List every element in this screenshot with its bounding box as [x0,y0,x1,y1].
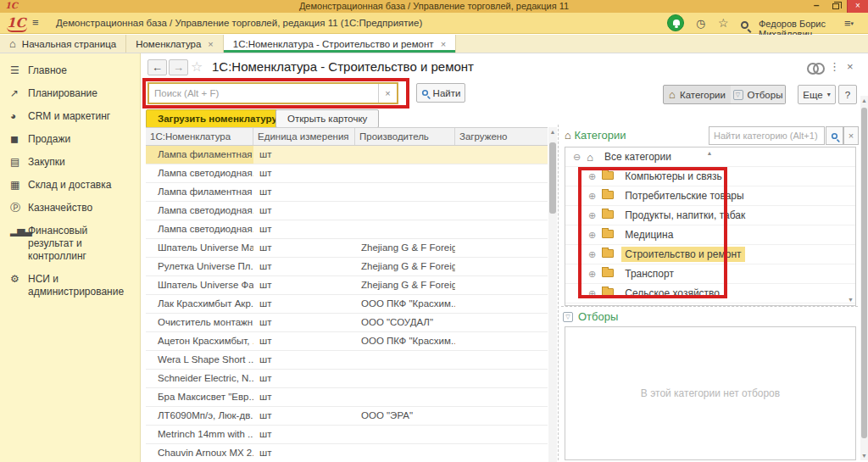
sidebar-item[interactable]: ▂▅▃ Финансовый результат и контроллинг [0,220,140,268]
window-close-button[interactable]: × [847,0,868,13]
service-menu-icon[interactable]: ≡▾ [844,17,854,30]
col-loaded[interactable]: Загружено [455,128,548,145]
load-nomenclature-button[interactable]: Загрузить номенклатуру [146,109,289,128]
tree-scroll-up-icon[interactable]: ▲ [565,150,854,156]
tab[interactable]: ⌂ 1С:Номенклатура - Строительство и ремо… [224,35,456,53]
categories-toggle-button[interactable]: ⌂Категории [663,85,732,104]
category-item[interactable]: ⊕ Компьютеры и связь [565,167,855,186]
table-row[interactable]: Лампа светодиодная... шт [146,220,548,239]
category-search-input[interactable] [709,127,824,144]
cell-nomenclature: Бра Максисвет "Евр... [146,388,253,406]
more-button[interactable]: Еще▾ [798,85,836,104]
table-row[interactable]: Рулетка Universe Пл... шт Zhejiang G & F… [146,258,548,276]
col-unit[interactable]: Единица измерения [253,128,355,145]
tab[interactable]: ⌂ Начальная страница × [0,35,126,53]
cell-nomenclature: Рулетка Universe Пл... [146,258,253,276]
forward-button[interactable]: → [169,59,188,75]
restore-button[interactable] [832,3,839,9]
sidebar-item-label: Казначейство [28,202,92,214]
sidebar-item[interactable]: ◼ Продажи [0,128,140,151]
sidebar-item-icon: ▤ [10,156,28,169]
sidebar-item[interactable]: ↗ Планирование [0,82,140,105]
categories-panel-header[interactable]: ⌂ Категории [565,129,626,142]
tab-close-icon[interactable]: × [441,39,446,49]
notifications-bell-icon[interactable] [667,14,684,31]
expand-icon[interactable]: ⊕ [588,171,596,182]
open-card-button[interactable]: Открыть карточку [275,109,379,128]
sidebar-item[interactable]: ▤ Закупки [0,151,140,174]
table-row[interactable]: ЛТ6090Мп/э, Люк-дв... шт ООО "ЭРА" [146,407,548,426]
tree-scroll-down-icon[interactable]: ▼ [848,297,854,303]
category-item[interactable]: ⊕ Потребительские товары [565,186,855,206]
get-link-icon[interactable] [807,63,821,71]
sidebar-item[interactable]: ☰ Главное [0,59,140,82]
tab-close-icon[interactable]: × [208,39,213,49]
scroll-up-icon[interactable]: ▲ [548,129,557,135]
sidebar-item[interactable]: ▦ Склад и доставка [0,174,140,197]
cell-unit: шт [253,258,355,276]
expand-icon[interactable]: ⊕ [588,191,596,202]
table-row[interactable]: Ацетон Красхимбыт, ... шт ООО ПКФ "Красх… [146,332,548,351]
sidebar-item-label: Финансовый результат и контроллинг [28,225,135,263]
expand-icon[interactable]: ⊕ [588,249,596,260]
back-button[interactable]: ← [147,59,167,75]
table-scrollbar-thumb[interactable] [549,142,556,214]
table-row[interactable]: Лак Красхимбыт Акр... шт ООО ПКФ "Красхи… [146,295,548,314]
window-title: Демонстрационная база / Управление торго… [0,1,868,11]
table-row[interactable]: Metrinch 14mm with ... шт [146,426,548,444]
category-search-clear-button[interactable]: × [843,126,859,145]
table-row[interactable]: Лампа филаментная ... шт [146,183,548,202]
panel-scrollbar-thumb[interactable] [861,108,867,438]
table-row[interactable]: Chauvin Arnoux MX 2... шт [146,444,548,462]
table-row[interactable]: Лампа филаментная ... шт [146,146,548,164]
help-button[interactable]: ? [838,85,857,104]
scroll-up-icon[interactable]: ▲ [860,97,868,103]
global-search-icon[interactable] [741,19,748,31]
sidebar-item[interactable]: ⚙ НСИ и администрирование [0,268,140,303]
category-item[interactable]: ⊕ Медицина [565,225,855,245]
category-item[interactable]: ⊕ Сельское хозяйство [565,284,855,303]
expand-icon[interactable]: ⊕ [588,210,596,221]
expand-icon[interactable]: ⊕ [588,288,596,299]
favorites-star-icon[interactable]: ☆ [718,16,729,30]
table-row[interactable]: Schneider Electric, N... шт [146,370,548,388]
expand-icon[interactable]: ⊕ [588,230,596,241]
nomenclature-table: 1С:Номенклатура Единица измерения Произв… [146,127,548,462]
funnel-icon: ▽ [733,90,743,100]
favorite-star-icon[interactable]: ☆ [191,58,203,75]
sidebar-item[interactable]: ◕ CRM и маркетинг [0,105,140,128]
table-row[interactable]: Wera L Shape Short ... шт [146,351,548,370]
table-scrollbar[interactable]: ▲ [548,127,557,462]
history-clock-icon[interactable]: ◷ [696,17,705,30]
col-manufacturer[interactable]: Производитель [355,128,455,145]
filters-toggle-button[interactable]: ▽Отборы [731,85,786,104]
filters-panel-header[interactable]: Отборы [578,310,618,323]
table-row[interactable]: Лампа светодиодная... шт [146,164,548,183]
tab[interactable]: ⌂ Номенклатура × [126,35,224,53]
category-item[interactable]: ⊕ Строительство и ремонт [565,245,855,264]
main-content: ← → ☆ 1С:Номенклатура - Строительство и … [141,53,868,462]
category-item[interactable]: ⊕ Транспорт [565,264,855,284]
col-nomenclature[interactable]: 1С:Номенклатура [146,128,253,145]
form-close-icon[interactable]: × [847,60,854,73]
table-row[interactable]: Лампа светодиодная... шт [146,202,548,220]
more-dots-icon[interactable]: ⋮ [829,60,840,73]
table-row[interactable]: Очиститель монтажн... шт ООО "СОУДАЛ" [146,314,548,332]
expand-icon[interactable]: ⊕ [588,269,596,280]
scroll-down-icon[interactable]: ▼ [860,453,868,459]
panel-scrollbar[interactable]: ▲ ▼ [860,96,868,460]
search-input[interactable] [149,84,378,103]
category-search-button[interactable] [826,126,843,145]
minimize-button[interactable]: – [810,0,822,11]
category-item[interactable]: ⊕ Продукты, напитки, табак [565,206,855,225]
find-button[interactable]: Найти [416,83,465,103]
hamburger-menu-icon[interactable]: ≡ [32,16,39,29]
search-clear-icon[interactable]: × [378,84,397,103]
category-label: Строительство и ремонт [621,247,744,262]
table-row[interactable]: Бра Максисвет "Евр... шт [146,388,548,407]
sidebar-item[interactable]: Ⓟ Казначейство [0,197,140,220]
1c-logo[interactable]: 1С [7,15,27,32]
sections-sidebar: ☰ Главное ↗ Планирование ◕ CRM и маркети… [0,53,141,462]
table-row[interactable]: Шпатель Universe Ма... шт Zhejiang G & F… [146,239,548,258]
table-row[interactable]: Шпатель Universe Фа... шт Zhejiang G & F… [146,276,548,295]
